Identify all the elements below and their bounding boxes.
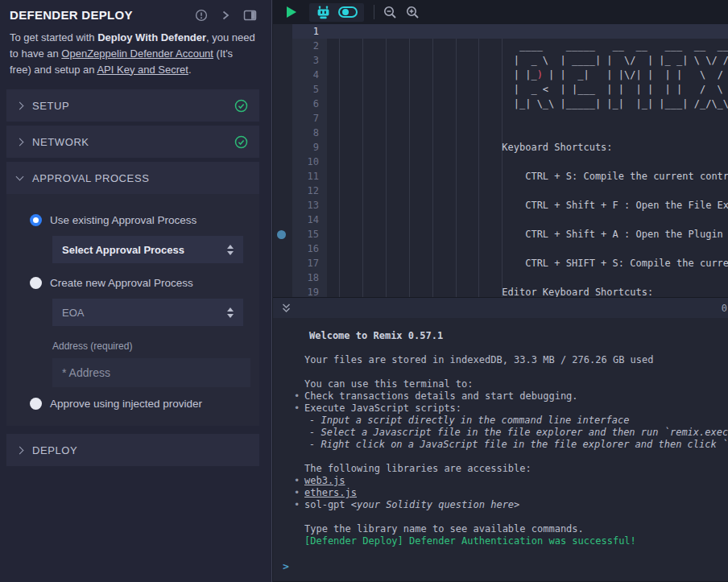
line-number[interactable]: 19 <box>292 285 327 297</box>
code-text: | _ \ | ____| | \/ | |_ _| \ \/ / <box>339 55 728 66</box>
link-api-key-secret[interactable]: API Key and Secret <box>97 64 188 76</box>
code-text: CTRL + Shift + F : Open the File Explore… <box>339 200 728 211</box>
line-number[interactable]: 8 <box>292 126 327 140</box>
editor-line <box>331 241 728 256</box>
editor-line: ____ _____ __ __ ___ __ __ <box>331 39 728 53</box>
radio-use-existing[interactable]: Use existing Approval Process <box>19 214 246 226</box>
editor-line: CTRL + Shift + A : Open the Plugin Manag… <box>331 227 728 241</box>
line-number-gutter[interactable]: 12345678910111213141516171819 <box>292 24 327 297</box>
section-network[interactable]: NETWORK <box>6 126 259 158</box>
line-number[interactable]: 18 <box>292 270 327 285</box>
code-text: | | _| | |\/| | | | \ / <box>543 69 728 80</box>
editor-toolbar <box>273 0 728 24</box>
radio-create-new[interactable]: Create new Approval Process <box>19 277 246 289</box>
line-number[interactable]: 3 <box>292 53 327 68</box>
select-approval-process[interactable]: Select Approval Process <box>52 236 243 263</box>
terminal-line: Your files are stored in indexedDB, 33.3… <box>273 354 728 366</box>
section-setup[interactable]: SETUP <box>6 89 259 122</box>
check-circle-icon <box>234 135 248 149</box>
radio-injected-provider[interactable]: Approve using injected provider <box>19 398 246 410</box>
code-text: CTRL + SHIFT + S: Compile the current co… <box>339 258 728 269</box>
intro-text: To get started with Deploy With Defender… <box>0 25 271 77</box>
terminal-output[interactable]: Welcome to Remix 0.57.1Your files are st… <box>273 318 728 581</box>
terminal-prompt[interactable]: > <box>273 560 728 572</box>
zoom-out-icon[interactable] <box>383 6 397 19</box>
editor-line <box>331 126 728 140</box>
editor-line: CTRL + SHIFT + S: Compile the current co… <box>331 256 728 270</box>
line-number[interactable]: 4 <box>292 68 327 82</box>
section-approval-label: APPROVAL PROCESS <box>32 172 248 184</box>
terminal-text: [Defender Deploy] Defender Authenticatio… <box>304 535 636 547</box>
section-setup-label: SETUP <box>32 100 234 112</box>
terminal-line: Type the library name to see available c… <box>273 523 728 535</box>
terminal-line: Execute JavaScript scripts: <box>273 402 728 415</box>
line-number[interactable]: 7 <box>292 111 327 126</box>
section-deploy[interactable]: DEPLOY <box>6 434 259 466</box>
editor-line: CTRL + S: Compile the current contract <box>331 169 728 184</box>
transactions-count-badge: 0 <box>722 303 727 314</box>
code-text: |_| \_\ |_____| |_| |_| |___| /_/\_\ <box>339 98 728 109</box>
line-number[interactable]: 6 <box>292 97 327 111</box>
panel-header-icons <box>195 9 263 22</box>
intro-t4: . <box>188 64 192 76</box>
line-number[interactable]: 9 <box>292 140 327 155</box>
line-number[interactable]: 12 <box>292 184 327 198</box>
terminal-line <box>273 366 728 378</box>
terminal-line: - Right click on a JavaScript file in th… <box>273 439 728 451</box>
line-number[interactable]: 13 <box>292 198 327 213</box>
code-text: | _ < | |___ | | | | | | / \ <box>339 84 728 95</box>
main-area: 12345678910111213141516171819 ____ _____… <box>273 0 728 582</box>
chevron-right-icon <box>16 446 24 454</box>
terminal-text: - Right click on a JavaScript file in th… <box>309 439 728 450</box>
line-number[interactable]: 2 <box>292 39 327 53</box>
collapse-panel-icon[interactable] <box>220 9 231 22</box>
radio-create-new-label: Create new Approval Process <box>50 277 193 289</box>
toolbar-separator <box>374 5 374 19</box>
library-link[interactable]: ethers.js <box>304 487 357 498</box>
double-chevron-down-icon[interactable] <box>281 303 292 313</box>
terminal-line: ethers.js <box>273 487 728 499</box>
line-number[interactable]: 11 <box>292 169 327 184</box>
section-approval-process[interactable]: APPROVAL PROCESS <box>6 162 259 194</box>
terminal-line: sol-gpt <your Solidity question here> <box>273 499 728 511</box>
line-number[interactable]: 15 <box>292 227 327 241</box>
code-editor[interactable]: 12345678910111213141516171819 ____ _____… <box>273 24 728 297</box>
layout-columns-icon[interactable] <box>243 9 257 22</box>
select-eoa-value: EOA <box>62 307 227 319</box>
zoom-in-icon[interactable] <box>406 6 420 19</box>
script-runner-toggle[interactable] <box>338 6 358 18</box>
terminal-header[interactable]: 0 <box>273 297 728 318</box>
panel-title: DEFENDER DEPLOY <box>10 8 195 22</box>
select-eoa[interactable]: EOA <box>52 299 243 326</box>
terminal-text: Your files are stored in indexedDB, 33.3… <box>304 354 653 365</box>
terminal-text: sol-gpt <box>304 499 351 510</box>
editor-line: | _ \ | ____| | \/ | |_ _| \ \/ / <box>331 53 728 68</box>
link-defender-account[interactable]: OpenZeppelin Defender Account <box>61 47 213 60</box>
line-number[interactable]: 10 <box>292 155 327 169</box>
check-circle-icon <box>234 99 248 113</box>
select-arrows-icon <box>227 308 234 318</box>
address-input[interactable] <box>52 358 250 387</box>
intro-bold: Deploy With Defender <box>97 31 206 43</box>
line-number[interactable]: 1 <box>292 24 327 39</box>
radio-unselected-icon[interactable] <box>30 277 42 289</box>
ai-robot-icon[interactable] <box>316 6 331 19</box>
line-number[interactable]: 17 <box>292 256 327 270</box>
info-icon[interactable] <box>195 9 208 22</box>
library-link[interactable]: web3.js <box>304 475 345 486</box>
line-number[interactable]: 16 <box>292 241 327 256</box>
radio-selected-icon[interactable] <box>30 214 42 226</box>
run-script-button[interactable] <box>285 6 297 19</box>
radio-unselected-icon[interactable] <box>30 398 42 410</box>
terminal-text: Execute JavaScript scripts: <box>304 402 461 414</box>
defender-deploy-panel: DEFENDER DEPLOY To get started with Depl… <box>0 0 272 582</box>
terminal-line: Welcome to Remix 0.57.1 <box>273 330 728 342</box>
editor-content[interactable]: ____ _____ __ __ ___ __ __ | _ \ | ____|… <box>331 24 728 297</box>
line-number[interactable]: 5 <box>292 82 327 97</box>
approval-process-body: Use existing Approval Process Select App… <box>6 194 259 426</box>
breakpoint-marker[interactable] <box>277 230 286 239</box>
code-text: CTRL + S: Compile the current contract <box>339 171 728 182</box>
line-number[interactable]: 14 <box>292 213 327 227</box>
terminal-lines: Welcome to Remix 0.57.1Your files are st… <box>273 330 728 547</box>
editor-line: Editor Keyboard Shortcuts: <box>331 285 728 297</box>
